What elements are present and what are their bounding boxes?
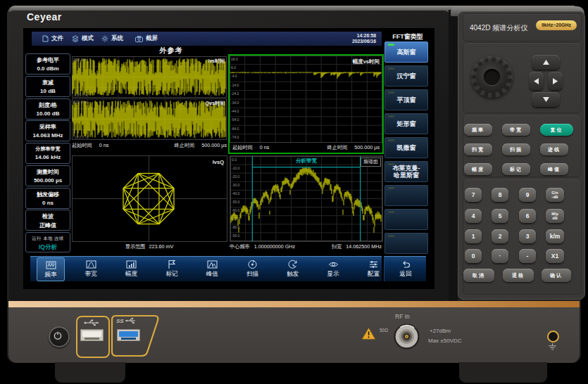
menu-item-label: 模式 <box>82 34 94 43</box>
numpad-key-7[interactable]: 7 <box>465 188 482 202</box>
fft-window-button-2[interactable]: 汉宁窗 <box>384 65 428 87</box>
fft-window-button-7[interactable] <box>384 185 428 206</box>
toolbar-item-label: 峰值 <box>206 270 218 279</box>
toolbar-item-扫描[interactable]: 扫描 <box>239 257 267 281</box>
reference-title: 外参考 <box>129 46 213 56</box>
usb3-port[interactable] <box>117 329 140 341</box>
ground-terminal <box>547 331 559 343</box>
fft-button-indicator <box>388 187 394 189</box>
fft-window-button-4[interactable]: 矩形窗 <box>384 113 428 134</box>
arrow-key-up[interactable] <box>532 55 560 70</box>
menu-item-4[interactable]: 截屏 <box>135 32 158 46</box>
rf-in-connector[interactable] <box>394 324 420 350</box>
numpad-key-4[interactable]: 4 <box>465 209 482 223</box>
svg-text:Qvs时间: Qvs时间 <box>206 101 225 106</box>
svg-text:-90.0: -90.0 <box>232 233 240 238</box>
func-key-扫宽[interactable]: 扫宽 <box>464 143 492 155</box>
iq-time-axis-row: 起始时间0 ns 终止时间500.000 µs <box>72 141 227 150</box>
menu-item-2[interactable]: 模式 <box>72 32 94 46</box>
func-key-幅度[interactable]: 幅度 <box>464 163 492 175</box>
toolbar-item-显示[interactable]: 显示 <box>319 257 347 281</box>
toolbar-item-触发[interactable]: 触发 <box>279 257 307 281</box>
config-icon <box>368 260 379 270</box>
max-voltage-label: Max ±50VDC <box>428 338 462 344</box>
status-label: 参考电平 <box>26 56 70 64</box>
numpad-key-X1[interactable]: X1 <box>546 249 564 263</box>
svg-text:SS: SS <box>116 318 124 324</box>
back-button[interactable]: 返回 <box>384 256 426 281</box>
func-key-频率[interactable]: 频率 <box>464 124 492 136</box>
fft-window-button-5[interactable]: 凯撒窗 <box>384 137 428 158</box>
menu-item-label: 文件 <box>51 34 63 43</box>
toolbar-item-幅度[interactable]: 幅度 <box>118 257 146 281</box>
fft-window-button-1[interactable]: 高斯窗 <box>384 41 428 63</box>
fft-button-indicator <box>388 68 394 70</box>
menu-item-1[interactable]: 文件 <box>42 32 63 46</box>
peak-icon <box>207 260 218 270</box>
svg-text:Ivs时间: Ivs时间 <box>208 58 225 64</box>
menu-item-label: 系统 <box>111 34 123 43</box>
brand-logo: Ceyear <box>27 11 62 23</box>
fft-window-button-8[interactable] <box>384 209 428 230</box>
func-key-复位[interactable]: 复位 <box>540 124 573 136</box>
trigger-icon <box>287 260 298 270</box>
numpad-key-G/n--dB[interactable]: G/n-dB <box>546 188 564 202</box>
numpad-key-3[interactable]: 3 <box>519 229 536 243</box>
numpad-key-6[interactable]: 6 <box>519 209 536 223</box>
func-key-标记[interactable]: 标记 <box>502 163 530 175</box>
toolbar-item-频率[interactable]: 频率 <box>37 257 65 281</box>
copper-trim-strip <box>8 301 580 307</box>
iq-range-row: 显示范围223.60 mV <box>72 243 227 251</box>
toolbar-item-label: 频率 <box>45 271 57 279</box>
fft-window-button-3[interactable]: 平顶窗 <box>384 89 428 110</box>
fft-button-label: 布莱克曼-哈里斯窗 <box>393 165 420 179</box>
fft-button-indicator <box>388 44 394 46</box>
numpad-key-确认[interactable]: 确认 <box>542 269 571 282</box>
mode-icon <box>72 35 79 42</box>
svg-text:-223.6 m: -223.6 m <box>73 93 89 97</box>
chart-amplitude-vs-time: 16.06.0-4.0-14.0-24.0-34.0-44.0-54.0-64.… <box>228 54 384 154</box>
arrow-key-right[interactable] <box>548 72 563 90</box>
status-box-7: 触发偏移0 ns <box>25 188 70 209</box>
arrow-up-icon <box>543 60 549 65</box>
lcd-screen: 文件模式系统截屏 14:26:58 2023/06/16 FFT窗类型 高斯窗汉… <box>23 28 434 289</box>
svg-text:6.0: 6.0 <box>231 65 236 70</box>
file-icon <box>42 35 49 42</box>
x-stop-label: 终止时间 <box>175 142 195 149</box>
func-key-扫描[interactable]: 扫描 <box>502 143 530 155</box>
arrow-key-down[interactable] <box>532 92 560 107</box>
func-key-带宽[interactable]: 带宽 <box>502 124 530 136</box>
numpad-key--[interactable]: - <box>519 249 536 263</box>
func-key-峰值[interactable]: 峰值 <box>540 163 568 175</box>
toolbar-item-带宽[interactable]: 带宽 <box>77 257 105 281</box>
numpad-key-1[interactable]: 1 <box>465 229 482 243</box>
func-key-迹线[interactable]: 迹线 <box>540 143 568 155</box>
fft-window-button-9[interactable] <box>384 233 428 254</box>
svg-text:-64.0: -64.0 <box>231 127 239 131</box>
power-button[interactable] <box>49 326 70 347</box>
toolbar-item-标记[interactable]: 标记 <box>158 257 186 281</box>
sweep-icon <box>247 260 258 270</box>
menu-item-3[interactable]: 系统 <box>101 32 123 46</box>
toolbar-item-峰值[interactable]: 峰值 <box>198 257 226 281</box>
numpad-key-M/µ-dB[interactable]: M/µdB <box>546 209 564 223</box>
numpad-key-退格[interactable]: 退格 <box>503 269 534 282</box>
numpad-key-2[interactable]: 2 <box>492 229 508 243</box>
numpad-key-8[interactable]: 8 <box>492 188 508 202</box>
status-box-5: 分辨率带宽14.06 kHz <box>25 143 70 164</box>
numpad-key-5[interactable]: 5 <box>492 209 508 223</box>
numpad-key-9[interactable]: 9 <box>519 188 536 202</box>
max-power-label: +27dBm <box>430 328 451 334</box>
status-value: 0.0 dBm <box>26 65 70 72</box>
fft-window-button-6[interactable]: 布莱克曼-哈里斯窗 <box>384 161 428 182</box>
numpad-key-k/m[interactable]: k/m <box>546 229 564 243</box>
span-label: 扫宽 <box>332 243 342 250</box>
usb2-port[interactable] <box>80 329 104 341</box>
arrow-key-left[interactable] <box>529 72 544 90</box>
warning-icon <box>361 327 376 340</box>
numpad-key-取消[interactable]: 取消 <box>463 269 494 282</box>
numpad-key-·[interactable]: · <box>492 249 508 263</box>
numpad-key-0[interactable]: 0 <box>465 249 482 263</box>
svg-text:16.0: 16.0 <box>231 57 238 61</box>
fft-window-type-header: FFT窗类型 <box>384 32 432 41</box>
